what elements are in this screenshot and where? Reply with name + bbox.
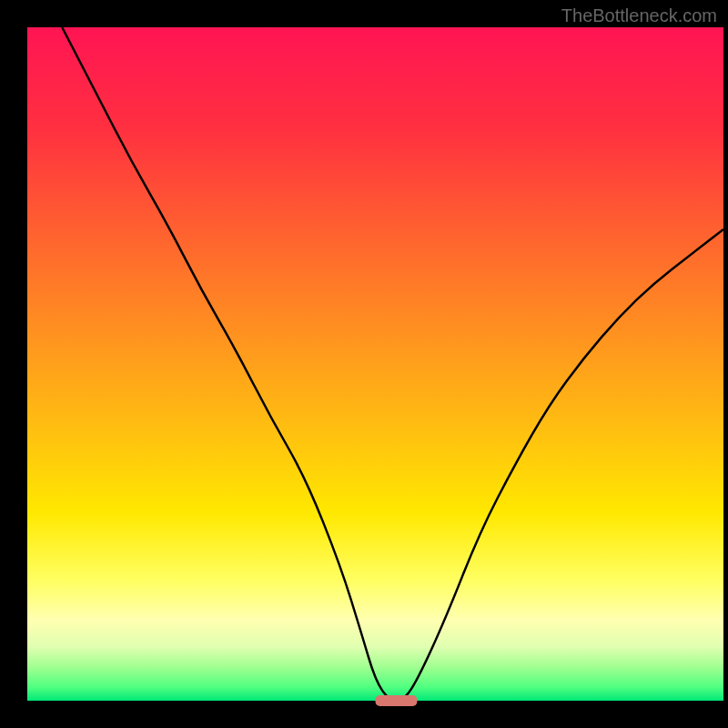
- bottleneck-chart: [0, 0, 728, 728]
- gradient-background: [27, 27, 723, 701]
- chart-container: TheBottleneck.com: [0, 0, 728, 728]
- watermark-text: TheBottleneck.com: [561, 5, 717, 26]
- optimal-marker: [376, 695, 418, 706]
